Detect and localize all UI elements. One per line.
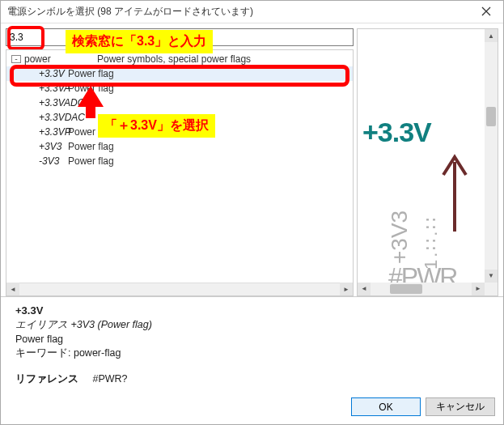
info-reference-row: リファレンス #PWR? — [15, 372, 489, 387]
tree-item-name: +3.3VDAC — [11, 112, 68, 123]
scroll-up-icon[interactable]: ▲ — [485, 29, 498, 42]
tree-item-name: +3V3 — [11, 141, 68, 152]
tree-item-2[interactable]: +3.3VADC — [6, 96, 353, 110]
tree-item-desc: Power flag — [68, 141, 114, 152]
scroll-corner — [485, 283, 498, 295]
preview-v-scrollbar[interactable]: ▲ ▼ — [485, 29, 498, 283]
preview-ghost-text2: 1.∷.∷ — [421, 215, 442, 270]
preview-ghost-pwr: #PWR — [388, 262, 456, 283]
tree-item-name: +3.3VP — [11, 126, 68, 138]
info-alias: エイリアス +3V3 (Power flag) — [15, 318, 489, 333]
tree-lib-row[interactable]: - power Power symbols, special power fla… — [6, 52, 353, 66]
preview-pane: +3.3V +3V3 1.∷.∷ #PWR ▲ ▼ ◄ ► — [357, 28, 498, 296]
scroll-left-icon[interactable]: ◄ — [6, 283, 19, 295]
info-keywords-value: power-flag — [74, 347, 121, 359]
tree-item-desc: Power flag — [68, 155, 114, 167]
info-reference-value: #PWR? — [92, 373, 127, 385]
tree-item-name: +3.3VADC — [11, 97, 68, 108]
button-bar: OK キャンセル — [1, 391, 503, 424]
scroll-left-icon[interactable]: ◄ — [358, 283, 371, 295]
info-keywords: キーワード: power-flag — [15, 346, 489, 361]
preview-h-scrollbar[interactable]: ◄ ► — [358, 283, 485, 295]
cancel-button[interactable]: キャンセル — [426, 397, 495, 416]
scroll-thumb[interactable] — [390, 284, 422, 294]
tree-item-0[interactable]: +3.3V Power flag — [6, 66, 353, 81]
close-button[interactable] — [469, 1, 503, 23]
tree-item-1[interactable]: +3.3VA Power flag — [6, 81, 353, 96]
scroll-thumb[interactable] — [486, 107, 496, 126]
annotation-search-hint: 検索窓に「3.3」と入力 — [66, 30, 213, 53]
info-keywords-label: キーワード: — [15, 347, 70, 359]
tree-item-desc: Power flag — [68, 83, 114, 94]
window-title: 電源シンボルを選択 (98 アイテムがロードされています) — [7, 5, 469, 19]
scroll-right-icon[interactable]: ► — [340, 283, 353, 295]
tree-item-5[interactable]: +3V3 Power flag — [6, 139, 353, 154]
tree-lib-name: power — [24, 53, 97, 65]
upper-region: - power Power symbols, special power fla… — [1, 23, 503, 296]
tree-item-desc: Power flag — [68, 68, 114, 79]
tree-expander-icon[interactable]: - — [11, 55, 21, 63]
info-symbol-title: +3.3V — [15, 304, 489, 318]
preview-ghost-text: +3V3 — [387, 210, 413, 264]
symbol-tree-body[interactable]: - power Power symbols, special power fla… — [6, 50, 353, 283]
tree-item-name: -3V3 — [11, 155, 68, 167]
tree-lib-desc: Power symbols, special power flags — [97, 53, 251, 65]
scroll-right-icon[interactable]: ► — [472, 283, 485, 295]
power-symbol-dialog: 電源シンボルを選択 (98 アイテムがロードされています) - power Po… — [0, 0, 504, 425]
tree-item-6[interactable]: -3V3 Power flag — [6, 154, 353, 168]
close-icon — [481, 6, 491, 19]
tree-item-name: +3.3V — [11, 68, 68, 79]
tree-h-scrollbar[interactable]: ◄ ► — [6, 283, 353, 295]
titlebar: 電源シンボルを選択 (98 アイテムがロードされています) — [1, 1, 503, 23]
preview-canvas[interactable]: +3.3V +3V3 1.∷.∷ #PWR — [358, 29, 485, 283]
preview-symbol-label: +3.3V — [362, 117, 431, 148]
tree-item-name: +3.3VA — [11, 83, 68, 94]
info-reference-label: リファレンス — [15, 372, 90, 387]
symbol-tree: - power Power symbols, special power fla… — [6, 49, 354, 296]
annotation-select-hint: 「＋3.3V」を選択 — [98, 114, 215, 138]
scroll-down-icon[interactable]: ▼ — [485, 270, 498, 283]
info-panel: +3.3V エイリアス +3V3 (Power flag) Power flag… — [1, 296, 503, 391]
scroll-track[interactable] — [371, 283, 472, 295]
ok-button[interactable]: OK — [351, 397, 421, 416]
left-pane: - power Power symbols, special power fla… — [6, 28, 354, 296]
preview-arrow-icon — [438, 151, 471, 232]
scroll-track[interactable] — [485, 42, 498, 270]
info-desc: Power flag — [15, 333, 489, 347]
